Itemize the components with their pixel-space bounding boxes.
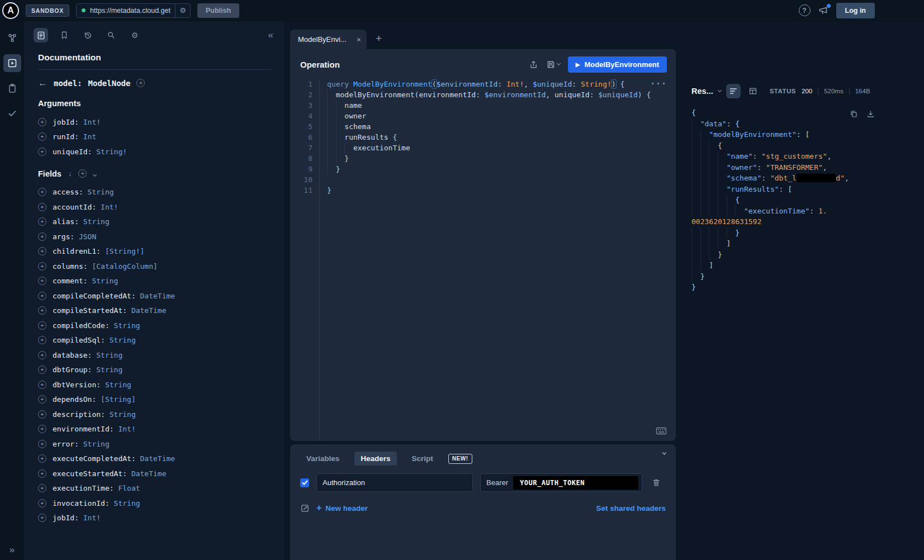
header-key-input[interactable]	[316, 473, 473, 492]
doc-argument-row[interactable]: +uniqueId: String!	[38, 144, 271, 159]
add-to-operation-icon[interactable]: +	[38, 203, 46, 211]
run-operation-button[interactable]: ▶ ModelByEnvironment	[568, 56, 667, 73]
doc-field-row[interactable]: +alias: String	[38, 215, 271, 230]
delete-header-button[interactable]	[652, 478, 661, 487]
doc-field-row[interactable]: +invocationId: String	[38, 496, 271, 511]
schema-nav-button[interactable]	[3, 29, 21, 47]
new-tab-button[interactable]: +	[376, 32, 382, 45]
add-to-operation-icon[interactable]: +	[38, 484, 46, 492]
header-enabled-checkbox[interactable]	[300, 478, 309, 487]
add-to-operation-icon[interactable]: +	[38, 148, 46, 156]
chevron-down-icon[interactable]	[718, 88, 722, 92]
auth-token-pill[interactable]: YOUR_AUTH_TOKEN	[513, 476, 638, 490]
operation-tab[interactable]: ModelByEnvi... ×	[290, 30, 367, 49]
doc-field-row[interactable]: +accountId: Int!	[38, 200, 271, 215]
add-to-operation-icon[interactable]: +	[38, 499, 46, 507]
add-to-operation-icon[interactable]: +	[38, 366, 46, 374]
add-all-fields-icon[interactable]: +	[136, 79, 145, 87]
back-button[interactable]: ←	[38, 78, 48, 88]
add-to-operation-icon[interactable]: +	[38, 306, 46, 315]
tab-documentation[interactable]	[34, 28, 48, 42]
add-to-operation-icon[interactable]: +	[38, 410, 46, 419]
tab-settings[interactable]: ⚙	[127, 28, 142, 42]
add-to-operation-icon[interactable]: +	[38, 321, 46, 330]
breadcrumb-type[interactable]: ModelNode	[88, 79, 131, 88]
add-to-operation-icon[interactable]: +	[38, 469, 46, 478]
doc-field-row[interactable]: +compiledSql: String	[38, 333, 271, 348]
save-operation-button[interactable]	[546, 60, 560, 69]
doc-field-row[interactable]: +executeCompletedAt: DateTime	[38, 452, 271, 467]
tab-saved-operations[interactable]	[57, 28, 72, 42]
add-to-operation-icon[interactable]: +	[38, 336, 46, 344]
add-to-operation-icon[interactable]: +	[38, 440, 46, 448]
collapse-doc-panel-button[interactable]: «	[268, 30, 273, 41]
add-to-operation-icon[interactable]: +	[38, 188, 46, 196]
publish-button[interactable]: Publish	[197, 3, 239, 18]
endpoint-url-text[interactable]: https://metadata.cloud.get	[86, 7, 175, 15]
response-selector[interactable]: Res...	[691, 87, 713, 96]
explorer-nav-button[interactable]	[3, 54, 21, 72]
doc-field-row[interactable]: +childrenL1: [String!]	[38, 244, 271, 259]
add-to-operation-icon[interactable]: +	[38, 277, 46, 285]
add-fields-icon[interactable]: +	[78, 169, 87, 178]
doc-field-row[interactable]: +database: String	[38, 348, 271, 363]
tab-script[interactable]: Script	[406, 452, 439, 466]
add-to-operation-icon[interactable]: +	[38, 514, 46, 522]
formatted-view-button[interactable]	[726, 84, 741, 98]
endpoint-url-input[interactable]: https://metadata.cloud.get ⚙	[76, 3, 191, 18]
add-to-operation-icon[interactable]: +	[38, 425, 46, 433]
doc-field-row[interactable]: +columns: [CatalogColumn]	[38, 259, 271, 274]
keyboard-shortcuts-button[interactable]	[656, 426, 667, 435]
expand-rail-button[interactable]: »	[0, 544, 24, 556]
operations-nav-button[interactable]	[3, 79, 21, 97]
add-to-operation-icon[interactable]: +	[38, 118, 46, 126]
new-header-button[interactable]: + New header	[316, 503, 368, 513]
doc-field-row[interactable]: +environmentId: Int!	[38, 422, 271, 437]
tab-history[interactable]	[80, 28, 95, 42]
editor-code[interactable]: query ModelByEnvironment($environmentId:…	[320, 79, 676, 441]
query-editor[interactable]: 1234567891011 query ModelByEnvironment($…	[290, 78, 676, 441]
tab-headers[interactable]: Headers	[354, 452, 396, 466]
add-to-operation-icon[interactable]: +	[38, 351, 46, 359]
checks-nav-button[interactable]	[3, 105, 21, 122]
fields-menu-button[interactable]	[93, 169, 96, 178]
login-button[interactable]: Log in	[836, 3, 875, 18]
doc-argument-row[interactable]: +runId: Int	[38, 130, 271, 145]
add-to-operation-icon[interactable]: +	[38, 217, 46, 226]
endpoint-settings-button[interactable]: ⚙	[175, 3, 190, 18]
header-value-field[interactable]: Bearer YOUR_AUTH_TOKEN	[480, 473, 642, 492]
help-button[interactable]: ?	[799, 4, 811, 16]
table-view-button[interactable]	[746, 84, 760, 98]
add-to-operation-icon[interactable]: +	[38, 247, 46, 255]
add-to-operation-icon[interactable]: +	[38, 454, 46, 463]
doc-field-row[interactable]: +compileStartedAt: DateTime	[38, 303, 271, 319]
doc-field-row[interactable]: +args: JSON	[38, 229, 271, 244]
tab-variables[interactable]: Variables	[300, 452, 345, 466]
doc-field-row[interactable]: +comment: String	[38, 274, 271, 289]
share-operation-button[interactable]	[529, 60, 538, 69]
add-to-operation-icon[interactable]: +	[38, 262, 46, 270]
doc-field-row[interactable]: +compiledCode: String	[38, 318, 271, 333]
collapse-request-panel-button[interactable]	[663, 453, 666, 454]
doc-field-row[interactable]: +description: String	[38, 407, 271, 422]
add-to-operation-icon[interactable]: +	[38, 292, 46, 300]
doc-field-row[interactable]: +error: String	[38, 436, 271, 452]
tab-search[interactable]	[104, 28, 119, 42]
add-to-operation-icon[interactable]: +	[38, 395, 46, 404]
doc-field-row[interactable]: +dependsOn: [String]	[38, 392, 271, 407]
sort-fields-button[interactable]: ↓	[68, 169, 72, 178]
doc-argument-row[interactable]: +jobId: Int!	[38, 115, 271, 130]
apollo-logo[interactable]: A	[2, 2, 19, 19]
editor-menu-button[interactable]: ···	[650, 79, 667, 89]
add-to-operation-icon[interactable]: +	[38, 232, 46, 241]
doc-field-row[interactable]: +dbtVersion: String	[38, 377, 271, 392]
doc-field-row[interactable]: +compileCompletedAt: DateTime	[38, 288, 271, 303]
close-tab-button[interactable]: ×	[357, 35, 361, 44]
set-shared-headers-button[interactable]: Set shared headers	[596, 504, 666, 512]
doc-field-row[interactable]: +executionTime: Float	[38, 481, 271, 496]
doc-field-row[interactable]: +dbtGroup: String	[38, 363, 271, 378]
header-presets-button[interactable]	[300, 504, 310, 513]
announcements-button[interactable]	[817, 4, 830, 17]
add-to-operation-icon[interactable]: +	[38, 132, 46, 141]
add-to-operation-icon[interactable]: +	[38, 381, 46, 389]
